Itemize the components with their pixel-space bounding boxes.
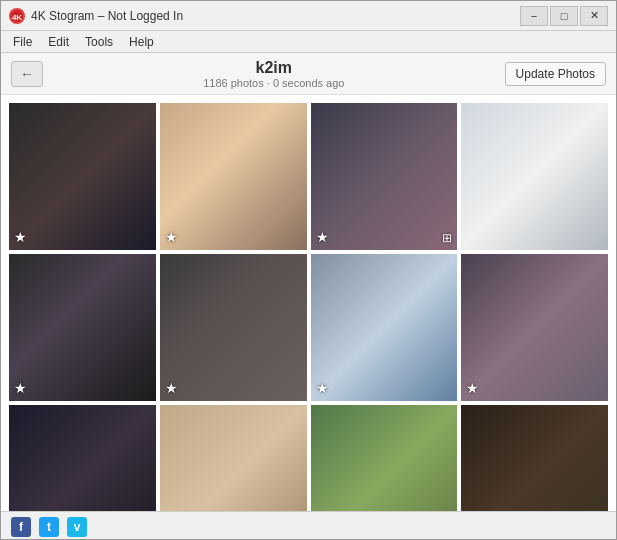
facebook-icon[interactable]: f: [11, 517, 31, 537]
photo-cell[interactable]: ★: [311, 254, 458, 401]
star-icon: ★: [466, 380, 479, 396]
toolbar: ← k2im 1186 photos · 0 seconds ago Updat…: [1, 53, 616, 95]
star-icon: ★: [165, 229, 178, 245]
window-title: 4K Stogram – Not Logged In: [31, 9, 520, 23]
menu-file[interactable]: File: [5, 33, 40, 51]
menu-bar: File Edit Tools Help: [1, 31, 616, 53]
svg-text:4K: 4K: [12, 13, 22, 22]
twitter-icon[interactable]: t: [39, 517, 59, 537]
photo-cell[interactable]: [461, 103, 608, 250]
photo-cell[interactable]: ★⊞: [311, 103, 458, 250]
star-icon: ★: [316, 229, 329, 245]
photo-grid: ★★★⊞★★★★★★⊞★: [9, 103, 608, 511]
profile-name: k2im: [43, 59, 505, 77]
bottom-bar: f t v: [1, 511, 616, 540]
window-controls: − □ ✕: [520, 6, 608, 26]
menu-help[interactable]: Help: [121, 33, 162, 51]
update-photos-button[interactable]: Update Photos: [505, 62, 606, 86]
back-button[interactable]: ←: [11, 61, 43, 87]
close-button[interactable]: ✕: [580, 6, 608, 26]
photo-grid-container[interactable]: ★★★⊞★★★★★★⊞★: [1, 95, 616, 511]
profile-meta: 1186 photos · 0 seconds ago: [43, 77, 505, 89]
photo-cell[interactable]: ★: [160, 103, 307, 250]
photo-cell[interactable]: [160, 405, 307, 512]
star-icon: ★: [14, 380, 27, 396]
menu-edit[interactable]: Edit: [40, 33, 77, 51]
photo-cell[interactable]: ★: [160, 254, 307, 401]
vimeo-icon[interactable]: v: [67, 517, 87, 537]
photo-cell[interactable]: ★: [9, 103, 156, 250]
star-icon: ★: [316, 380, 329, 396]
title-bar: 4K 4K Stogram – Not Logged In − □ ✕: [1, 1, 616, 31]
photo-cell[interactable]: ★: [461, 254, 608, 401]
photo-cell[interactable]: ★: [9, 254, 156, 401]
profile-info: k2im 1186 photos · 0 seconds ago: [43, 59, 505, 89]
star-icon: ★: [165, 380, 178, 396]
minimize-button[interactable]: −: [520, 6, 548, 26]
album-icon: ⊞: [442, 231, 452, 245]
photo-cell[interactable]: ★: [9, 405, 156, 512]
menu-tools[interactable]: Tools: [77, 33, 121, 51]
photo-cell[interactable]: ★: [461, 405, 608, 512]
maximize-button[interactable]: □: [550, 6, 578, 26]
photo-cell[interactable]: ★⊞: [311, 405, 458, 512]
app-icon: 4K: [9, 8, 25, 24]
star-icon: ★: [14, 229, 27, 245]
